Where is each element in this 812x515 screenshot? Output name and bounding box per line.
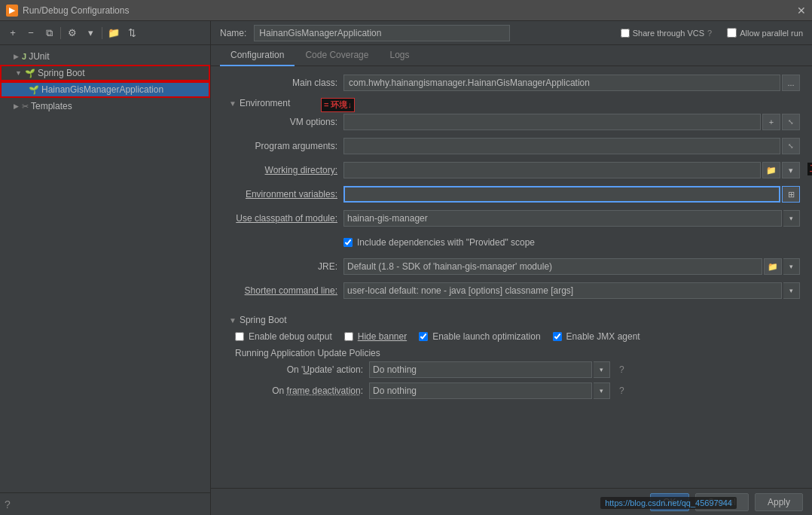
main-class-input-group: ... xyxy=(343,75,800,91)
templates-icon: ✂ xyxy=(22,102,29,111)
working-dir-input[interactable] xyxy=(343,162,761,178)
templates-arrow: ▶ xyxy=(14,102,19,110)
sort-button[interactable]: ⇅ xyxy=(124,25,140,41)
program-args-input[interactable] xyxy=(343,138,780,154)
tabs-bar: Configuration Code Coverage Logs xyxy=(211,45,812,66)
vm-options-expand-button[interactable]: ⤡ xyxy=(782,114,800,130)
parallel-runs-checkbox[interactable] xyxy=(727,28,737,38)
on-update-dropdown-arrow[interactable]: ▾ xyxy=(594,361,610,378)
on-frame-dropdown[interactable]: Do nothing xyxy=(369,382,592,399)
tab-logs[interactable]: Logs xyxy=(379,45,420,66)
classpath-dropdown[interactable]: hainan-gis-manager xyxy=(343,210,782,227)
env-vars-input[interactable] xyxy=(343,186,780,203)
classpath-row: Use classpath of module: hainan-gis-mana… xyxy=(223,209,800,227)
spring-boot-section: ▼ Spring Boot Enable debug output Hide b… xyxy=(223,306,800,410)
include-deps-label: Include dependencies with "Provided" sco… xyxy=(357,237,535,248)
share-vcs-checkbox[interactable] xyxy=(621,29,630,38)
classpath-dropdown-group: hainan-gis-manager ▾ xyxy=(343,210,800,227)
help-button[interactable]: ? xyxy=(5,498,11,510)
jre-label: JRE: xyxy=(223,261,343,272)
environment-arrow[interactable]: ▼ xyxy=(229,99,237,108)
working-dir-dropdown-button[interactable]: ▾ xyxy=(782,162,800,178)
tree-group-junit[interactable]: ▶ J JUnit xyxy=(0,48,210,65)
tab-code-coverage[interactable]: Code Coverage xyxy=(295,45,379,66)
junit-arrow: ▶ xyxy=(14,53,19,60)
include-deps-checkbox-row: Include dependencies with "Provided" sco… xyxy=(343,236,535,249)
vm-options-label: VM options: xyxy=(223,117,343,127)
shorten-cmd-label: Shorten command line: xyxy=(223,285,343,296)
right-panel: Name: Share through VCS ? Allow parallel… xyxy=(211,21,812,515)
spring-boot-checkboxes: Enable debug output Hide banner Enable l… xyxy=(235,330,800,343)
tree-group-templates[interactable]: ▶ ✂ Templates xyxy=(0,98,210,114)
working-dir-label: Working directory: xyxy=(223,165,343,175)
jre-row: JRE: Default (1.8 - SDK of 'hainan-gis-m… xyxy=(223,258,800,276)
include-deps-row: Include dependencies with "Provided" sco… xyxy=(223,233,800,251)
enable-launch-checkbox[interactable] xyxy=(419,332,428,341)
working-dir-browse-button[interactable]: 📁 xyxy=(762,162,780,178)
tree-item-app[interactable]: 🌱 HainanGisManagerApplication xyxy=(0,81,210,98)
vm-options-input[interactable] xyxy=(343,114,761,130)
on-frame-label: On frame deactivation: xyxy=(235,385,363,396)
vm-options-add-button[interactable]: + xyxy=(762,114,780,130)
tab-configuration[interactable]: Configuration xyxy=(220,45,295,66)
hide-banner-row: Hide banner xyxy=(344,330,407,343)
toolbar-separator-1 xyxy=(60,27,61,39)
on-frame-dropdown-arrow[interactable]: ▾ xyxy=(594,382,610,399)
junit-label: JUnit xyxy=(29,51,49,62)
program-args-row: Program arguments: ⤡ xyxy=(223,137,800,155)
debug-output-row: Enable debug output xyxy=(235,330,332,343)
env-vars-edit-button[interactable]: ⊞ xyxy=(782,186,800,203)
on-frame-help-icon[interactable]: ? xyxy=(619,385,624,396)
share-vcs-help-icon[interactable]: ? xyxy=(707,29,712,38)
copy-config-button[interactable]: ⧉ xyxy=(41,25,57,41)
env-vars-label: Environment variables: xyxy=(223,189,343,200)
main-class-input[interactable] xyxy=(343,75,780,91)
ok-button[interactable]: OK xyxy=(650,493,688,511)
on-update-help-icon[interactable]: ? xyxy=(619,364,624,375)
classpath-dropdown-arrow[interactable]: ▾ xyxy=(783,210,800,227)
jre-dropdown-arrow[interactable]: ▾ xyxy=(783,258,800,275)
cancel-button[interactable]: Cancel xyxy=(695,493,749,511)
toolbar-separator-2 xyxy=(102,27,102,39)
hide-banner-checkbox[interactable] xyxy=(344,332,353,341)
templates-label: Templates xyxy=(31,101,72,111)
program-args-expand-button[interactable]: ⤡ xyxy=(782,138,800,154)
dropdown-button[interactable]: ▾ xyxy=(82,25,99,41)
enable-debug-checkbox[interactable] xyxy=(235,332,244,341)
parallel-runs-label: Allow parallel run xyxy=(740,29,803,38)
classpath-label: Use classpath of module: xyxy=(223,213,343,224)
shorten-cmd-dropdown[interactable]: user-local default: none - java [options… xyxy=(343,282,782,299)
jre-browse-button[interactable]: 📁 xyxy=(764,258,782,275)
tree-group-spring-boot[interactable]: ▼ 🌱 Spring Boot xyxy=(0,65,210,81)
title-bar: ▶ Run/Debug Configurations ✕ xyxy=(0,0,812,21)
main-class-browse-button[interactable]: ... xyxy=(782,75,800,91)
apply-button[interactable]: Apply xyxy=(755,493,803,511)
running-policies-label: Running Application Update Policies xyxy=(235,348,800,358)
left-toolbar: + − ⧉ ⚙ ▾ 📁 ⇅ xyxy=(0,21,210,45)
left-panel: + − ⧉ ⚙ ▾ 📁 ⇅ ▶ J JUnit ▼ 🌱 Sprin xyxy=(0,21,211,515)
env-vars-input-group: ⊞ xyxy=(343,186,800,203)
enable-launch-row: Enable launch optimization xyxy=(419,330,540,343)
include-deps-checkbox[interactable] xyxy=(343,238,353,247)
spring-boot-label: Spring Boot xyxy=(38,68,85,78)
shorten-cmd-dropdown-arrow[interactable]: ▾ xyxy=(783,282,800,299)
enable-jmx-checkbox[interactable] xyxy=(553,332,562,341)
spring-boot-section-arrow[interactable]: ▼ xyxy=(229,316,237,325)
add-config-button[interactable]: + xyxy=(5,25,21,41)
on-update-dropdown[interactable]: Do nothing xyxy=(369,361,592,378)
program-args-input-group: ⤡ xyxy=(343,138,800,154)
name-label: Name: xyxy=(220,28,246,38)
config-tree: ▶ J JUnit ▼ 🌱 Spring Boot 在此 🌱 HainanGis… xyxy=(0,45,210,492)
app-item-label: HainanGisManagerApplication xyxy=(41,84,163,95)
app-run-icon: 🌱 xyxy=(29,85,39,95)
name-input[interactable] xyxy=(254,25,510,41)
spring-boot-section-title: Spring Boot xyxy=(240,315,287,325)
bottom-bar: OK Cancel Apply xyxy=(211,488,812,515)
settings-button[interactable]: ⚙ xyxy=(64,25,81,41)
folder-button[interactable]: 📁 xyxy=(105,25,122,41)
remove-config-button[interactable]: − xyxy=(23,25,39,41)
jre-dropdown[interactable]: Default (1.8 - SDK of 'hainan-gis-manage… xyxy=(343,258,762,275)
parallel-runs-container: Allow parallel run xyxy=(727,28,803,38)
on-update-dropdown-group: Do nothing ▾ xyxy=(369,361,610,378)
close-button[interactable]: ✕ xyxy=(797,5,806,17)
